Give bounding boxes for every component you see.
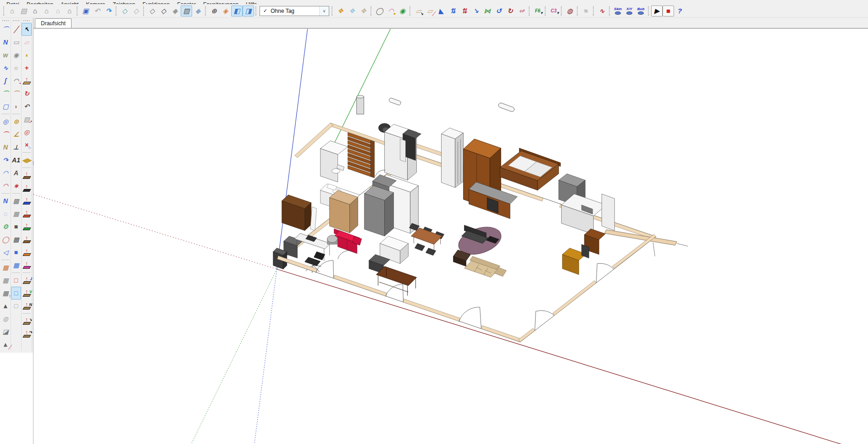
paint-bucket-tool[interactable]: ◖: [22, 49, 32, 61]
back-edges[interactable]: ◇: [130, 6, 142, 17]
select-tool[interactable]: ↖: [22, 23, 32, 36]
construction-point-tool[interactable]: ∗: [11, 179, 21, 192]
save[interactable]: ▣: [80, 6, 91, 17]
push-black-tool[interactable]: ↑: [22, 182, 32, 194]
axes-tool[interactable]: ⊥: [11, 141, 21, 154]
eraser-tool[interactable]: ▱: [22, 36, 32, 49]
component-wire-tool[interactable]: ▦: [11, 207, 21, 220]
view-right[interactable]: ⌂: [41, 6, 52, 17]
section-plane[interactable]: ⊕: [208, 6, 220, 17]
arc-tangent-tool[interactable]: ⌒: [0, 87, 11, 100]
rectangle-tool[interactable]: ▭: [11, 36, 21, 49]
offset-tool[interactable]: ◎: [22, 126, 32, 139]
bowtie-tool[interactable]: ⋈: [481, 6, 493, 17]
open-box-gray-tool[interactable]: □: [11, 300, 21, 312]
model-viewport[interactable]: [33, 29, 868, 444]
bezier-polyline-tool[interactable]: N: [0, 36, 11, 49]
dotted-circle-tool[interactable]: ◌: [0, 207, 11, 220]
make-component-button[interactable]: ▩: [11, 194, 21, 207]
push-import-tool[interactable]: ↑↘: [22, 315, 32, 327]
wedge-tool[interactable]: ◣: [436, 6, 447, 17]
component-dark-tool[interactable]: ■: [11, 220, 21, 233]
loop-tool[interactable]: ◯: [0, 233, 11, 246]
drape-arrow-tool[interactable]: ▱↘: [413, 6, 424, 17]
push-pink-tool[interactable]: ↑: [22, 259, 32, 272]
c3-menu[interactable]: C3▾: [548, 6, 559, 17]
play-button[interactable]: ▶: [651, 6, 663, 17]
scale-tool[interactable]: ▧↗: [22, 113, 32, 126]
arc-red-tool[interactable]: ⌒: [0, 128, 11, 141]
zoom-selection-tool[interactable]: ×○: [22, 139, 32, 151]
bezier-s-curve-tool[interactable]: ʃ: [0, 74, 11, 87]
wireframe[interactable]: ◇: [146, 6, 158, 17]
line-tool[interactable]: ╱: [11, 23, 21, 36]
sandbox-flip-edge-tool[interactable]: ▲╱: [0, 338, 11, 351]
helix-tool[interactable]: ∿: [596, 6, 608, 17]
sandbox-from-scratch-tool[interactable]: ▦: [0, 274, 11, 287]
push-n-tool[interactable]: ↑N: [22, 300, 32, 312]
menu-erweiterungen[interactable]: Erweiterungen: [199, 1, 242, 4]
globe-tool[interactable]: ◍: [564, 6, 575, 17]
nudge-hand-tool[interactable]: ↫: [516, 6, 527, 17]
sandbox-drape-tool[interactable]: ◍: [0, 312, 11, 325]
menu-kamera[interactable]: Kamera: [82, 1, 109, 4]
xray-mode[interactable]: ◇: [119, 6, 130, 17]
mirror-tool[interactable]: ◀▶|: [22, 154, 32, 166]
push-revert-tool[interactable]: ↑↷: [22, 327, 32, 340]
move-tool[interactable]: +: [22, 61, 32, 74]
chevron-down-icon[interactable]: ∨: [319, 6, 329, 16]
rotate-ccw-tool[interactable]: ↺: [493, 6, 504, 17]
hidden-line[interactable]: ◇: [158, 6, 169, 17]
undo[interactable]: ↶: [91, 6, 103, 17]
menu-fenster[interactable]: Fenster: [173, 1, 199, 4]
wrench-tool[interactable]: ⚙: [0, 220, 11, 233]
freehand-smooth-tool[interactable]: w: [0, 49, 11, 61]
sandbox-from-contours-tool[interactable]: ▦: [0, 261, 11, 274]
solid-intersect[interactable]: ❖: [346, 6, 358, 17]
sphere-tool[interactable]: ◯: [374, 6, 385, 17]
follow-me-tool[interactable]: ↶: [22, 100, 32, 113]
menu-zeichnen[interactable]: Zeichnen: [109, 1, 138, 4]
push-brown-2-tool[interactable]: ↑: [22, 233, 32, 246]
open-box-red-tool[interactable]: □: [11, 274, 21, 287]
push-blue-tool[interactable]: ↑: [22, 194, 32, 207]
curve-hook-tool[interactable]: ↷: [0, 154, 11, 166]
circle-tool[interactable]: ◉: [11, 49, 21, 61]
view-top[interactable]: ▤: [18, 6, 29, 17]
push-v-tool[interactable]: ↑V: [22, 287, 32, 300]
redo[interactable]: ↷: [103, 6, 114, 17]
push-brown-tool[interactable]: ↑: [22, 169, 32, 182]
sandbox-smoove-tool[interactable]: ▦↕: [0, 287, 11, 300]
sandbox-add-detail-tool[interactable]: ◪: [0, 325, 11, 338]
open-box-blue-tool[interactable]: □: [11, 287, 21, 300]
arc-red-2-tool[interactable]: ◠: [0, 179, 11, 192]
3d-text-tool[interactable]: A: [11, 166, 21, 179]
arc-blue-2-tool[interactable]: ◠: [0, 166, 11, 179]
component-blue-2-tool[interactable]: ▦: [11, 259, 21, 272]
menu-bearbeiten[interactable]: Bearbeiten: [23, 1, 57, 4]
two-point-arc-tool[interactable]: ⌒: [11, 87, 21, 100]
push-pull-tool[interactable]: ↑: [22, 74, 32, 87]
help-button[interactable]: ?: [674, 6, 686, 17]
arc-tool[interactable]: ◠•: [11, 74, 21, 87]
apartment-model[interactable]: [273, 95, 688, 342]
sandbox-stamp-tool[interactable]: ▲: [0, 300, 11, 312]
sort-arrows-tool[interactable]: ⇅: [459, 6, 470, 17]
protractor-tool[interactable]: ∠: [11, 128, 21, 141]
polygon-tool[interactable]: ○: [11, 61, 21, 74]
menu-ansicht[interactable]: Ansicht: [57, 1, 82, 4]
view-iso[interactable]: ⌂: [6, 6, 18, 17]
tab-draufsicht[interactable]: Draufsicht: [35, 18, 72, 28]
drape-line-tool[interactable]: ▱╱: [424, 6, 436, 17]
polyline-segments-tool[interactable]: N: [0, 141, 11, 154]
tags-dropdown[interactable]: ✓Ohne Tag∨: [260, 6, 329, 16]
view-back[interactable]: ⌂: [52, 6, 64, 17]
geodesic-tool[interactable]: ◉: [397, 6, 408, 17]
display-section-planes[interactable]: ◈: [220, 6, 231, 17]
zigzag-curve-tool[interactable]: N: [0, 194, 11, 207]
rotate-tool[interactable]: ↻: [22, 87, 32, 100]
display-section-fill[interactable]: ◨: [243, 6, 254, 17]
component-dark-wire-tool[interactable]: ▩: [11, 233, 21, 246]
menu-funktionen[interactable]: Funktionen: [139, 1, 173, 4]
f6-menu[interactable]: F6▾: [532, 6, 543, 17]
